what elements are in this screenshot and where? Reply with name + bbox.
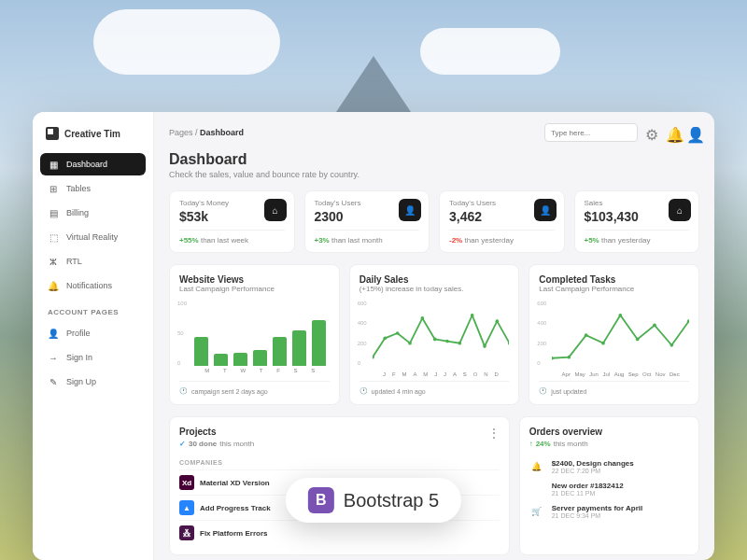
svg-point-12 xyxy=(552,357,554,360)
x-axis: AprMayJunJulAugSepOctNovDec xyxy=(552,371,689,377)
line-chart xyxy=(373,301,510,366)
bar-chart xyxy=(190,301,330,366)
signin-icon: → xyxy=(48,352,59,363)
project-row[interactable]: ⁂Fix Platform Errors xyxy=(179,520,500,545)
clock-icon: 🕐 xyxy=(539,387,547,395)
vr-icon: ⬚ xyxy=(48,231,59,243)
nav-billing[interactable]: ▤Billing xyxy=(40,202,146,224)
tables-icon: ⊞ xyxy=(48,183,59,194)
stats-row: Today's Money $53k ⌂ +55% than last week… xyxy=(169,190,699,253)
svg-point-4 xyxy=(420,316,424,320)
users-icon: 👤 xyxy=(534,199,557,221)
svg-point-9 xyxy=(483,344,486,348)
users-icon: 👤 xyxy=(399,199,421,221)
check-icon: ✓ xyxy=(179,440,186,448)
nav-rtl[interactable]: ⵣRTL xyxy=(40,250,146,273)
money-icon: ⌂ xyxy=(264,199,287,221)
brand-text: Creative Tim xyxy=(64,129,120,139)
bootstrap-badge: B Bootstrap 5 xyxy=(286,478,461,523)
nav-dashboard[interactable]: ▦Dashboard xyxy=(40,153,146,175)
svg-point-10 xyxy=(495,319,499,323)
bell-icon: 🔔 xyxy=(48,280,59,291)
account-icon[interactable]: 👤 xyxy=(686,126,699,139)
chart-website-views: Website Views Last Campaign Performance … xyxy=(169,264,340,405)
rtl-icon: ⵣ xyxy=(48,256,59,267)
stat-card: Today's Money $53k ⌂ +55% than last week xyxy=(169,190,295,253)
stat-card: Today's Users 3,462 👤 -2% than yesterday xyxy=(439,190,565,253)
order-item: 🛒Server payments for April21 DEC 9:34 PM xyxy=(529,500,689,523)
more-icon[interactable]: ⋮ xyxy=(488,427,500,440)
arrow-up-icon: ↑ xyxy=(529,440,533,448)
nav-signin[interactable]: →Sign In xyxy=(40,346,146,369)
svg-point-6 xyxy=(445,340,449,343)
svg-point-3 xyxy=(408,342,412,345)
brand[interactable]: Creative Tim xyxy=(40,123,146,151)
bootstrap-icon: B xyxy=(308,487,334,513)
chart-completed-tasks: Completed Tasks Last Campaign Performanc… xyxy=(529,264,699,405)
billing-icon: ▤ xyxy=(48,207,59,218)
nav-section-label: ACCOUNT PAGES xyxy=(40,299,146,320)
charts-row: Website Views Last Campaign Performance … xyxy=(169,264,699,405)
page-subtitle: Check the sales, value and bounce rate b… xyxy=(169,170,699,179)
dashboard-icon: ▦ xyxy=(48,159,59,170)
svg-point-14 xyxy=(585,333,588,337)
x-axis: MTWTFSS xyxy=(190,368,330,373)
svg-point-1 xyxy=(383,337,387,341)
order-item: New order #183241221 DEC 11 PM xyxy=(529,478,689,500)
notifications-icon[interactable]: 🔔 xyxy=(666,126,679,139)
nav-profile[interactable]: 👤Profile xyxy=(40,322,146,344)
y-axis: 100500 xyxy=(177,301,187,366)
svg-point-13 xyxy=(568,356,571,359)
orders-panel: Orders overview ↑24% this month 🔔$2400, … xyxy=(519,416,699,555)
stat-card: Today's Users 2300 👤 +3% than last month xyxy=(304,190,430,253)
sales-icon: ⌂ xyxy=(669,199,691,221)
svg-point-7 xyxy=(458,342,461,345)
x-axis: JFMAMJJASOND xyxy=(373,371,510,377)
line-chart xyxy=(552,301,689,366)
nav-vr[interactable]: ⬚Virtual Reality xyxy=(40,226,146,248)
chart-daily-sales: Daily Sales (+15%) increase in today sal… xyxy=(349,264,520,405)
nav-tables[interactable]: ⊞Tables xyxy=(40,177,146,200)
svg-point-2 xyxy=(396,331,400,335)
signup-icon: ✎ xyxy=(48,376,59,387)
sidebar: Creative Tim ▦Dashboard ⊞Tables ▤Billing… xyxy=(33,112,154,560)
svg-point-16 xyxy=(619,314,623,317)
svg-point-19 xyxy=(670,343,674,347)
svg-point-8 xyxy=(471,314,474,317)
nav-notifications[interactable]: 🔔Notifications xyxy=(40,274,146,297)
svg-point-15 xyxy=(602,342,606,345)
breadcrumb: Pages / Dashboard xyxy=(169,128,244,137)
svg-point-17 xyxy=(636,338,640,342)
nav-signup[interactable]: ✎Sign Up xyxy=(40,371,146,393)
clock-icon: 🕐 xyxy=(179,387,188,395)
stat-card: Sales $103,430 ⌂ +5% than yesterday xyxy=(574,190,700,253)
search-input[interactable] xyxy=(544,123,638,142)
svg-point-5 xyxy=(433,338,437,342)
clock-icon: 🕐 xyxy=(359,387,368,395)
settings-icon[interactable]: ⚙ xyxy=(645,126,658,139)
order-item: 🔔$2400, Design changes22 DEC 7:20 PM xyxy=(529,455,689,478)
page-title: Dashboard xyxy=(169,151,699,168)
y-axis: 6004002000 xyxy=(537,301,546,366)
brand-icon xyxy=(46,127,59,140)
svg-point-18 xyxy=(654,324,657,328)
y-axis: 6004002000 xyxy=(358,301,367,366)
topbar: Pages / Dashboard ⚙ 🔔 👤 xyxy=(169,123,699,142)
profile-icon: 👤 xyxy=(48,328,59,339)
